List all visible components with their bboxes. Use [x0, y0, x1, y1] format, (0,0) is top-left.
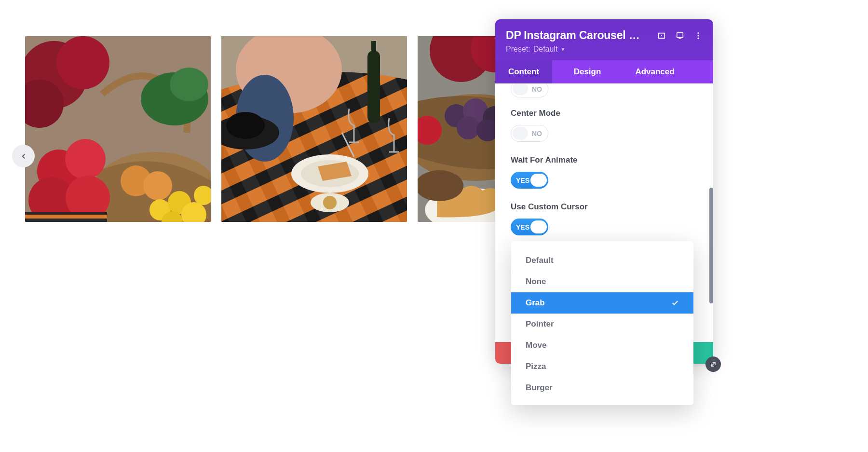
toggle-text: NO [532, 130, 542, 137]
setting-label: Wait For Animate [511, 155, 703, 165]
svg-point-58 [697, 32, 699, 33]
cursor-dropdown: Default None Grab Pointer Move Pizza Bur… [511, 241, 693, 405]
toggle-no-text: NO [532, 85, 542, 93]
scrollbar-thumb[interactable] [709, 188, 713, 303]
svg-point-6 [170, 68, 208, 101]
toggle-text: YES [516, 223, 529, 231]
carousel-prev-arrow[interactable] [12, 145, 35, 167]
toggle-wait-animate[interactable]: YES [511, 172, 548, 189]
expand-panel-icon[interactable] [705, 356, 721, 372]
check-icon [671, 299, 679, 307]
toggle-knob [530, 220, 547, 233]
setting-label: Use Custom Cursor [511, 202, 703, 212]
preset-selector[interactable]: Preset: Default ▼ [506, 45, 703, 54]
setting-wait-animate: Wait For Animate YES [511, 155, 703, 189]
svg-point-59 [697, 35, 699, 36]
svg-point-35 [323, 196, 337, 209]
svg-point-3 [56, 36, 109, 89]
toggle-center-mode[interactable]: NO [511, 125, 548, 142]
responsive-view-icon[interactable] [657, 31, 666, 40]
svg-point-29 [226, 112, 265, 139]
dropdown-option-burger[interactable]: Burger [511, 377, 693, 398]
dropdown-option-default[interactable]: Default [511, 250, 693, 271]
desktop-view-icon[interactable] [676, 31, 684, 40]
svg-rect-30 [367, 51, 380, 123]
preset-label: Preset: [506, 45, 530, 54]
preset-value: Default [533, 45, 558, 54]
option-label: Move [526, 341, 546, 350]
svg-line-61 [711, 362, 715, 366]
toggle-knob [513, 127, 528, 140]
tab-design[interactable]: Design [561, 60, 614, 83]
option-label: Grab [526, 298, 545, 308]
dropdown-option-move[interactable]: Move [511, 335, 693, 356]
svg-point-8 [65, 139, 106, 179]
tab-advanced[interactable]: Advanced [624, 60, 686, 83]
svg-point-60 [697, 37, 699, 39]
panel-title: DP Instagram Carousel Sett… [506, 29, 646, 42]
toggle-knob [530, 174, 547, 187]
dropdown-option-grab[interactable]: Grab [511, 292, 693, 314]
toggle-custom-cursor[interactable]: YES [511, 219, 548, 235]
svg-rect-31 [371, 41, 376, 60]
svg-point-44 [457, 116, 480, 139]
more-options-icon[interactable] [694, 31, 703, 40]
svg-rect-55 [677, 32, 683, 37]
dropdown-option-pizza[interactable]: Pizza [511, 356, 693, 377]
option-label: None [526, 277, 546, 287]
dropdown-option-none[interactable]: None [511, 271, 693, 292]
svg-point-12 [143, 171, 172, 200]
panel-tabs: Content Design Advanced [495, 60, 713, 83]
caret-down-icon: ▼ [560, 47, 565, 52]
setting-label: Center Mode [511, 109, 703, 118]
dropdown-option-pointer[interactable]: Pointer [511, 314, 693, 335]
svg-rect-19 [25, 215, 107, 219]
panel-header: DP Instagram Carousel Sett… Preset: Defa… [495, 19, 713, 60]
option-label: Burger [526, 383, 553, 393]
option-label: Pointer [526, 319, 554, 329]
option-label: Pizza [526, 362, 546, 371]
carousel-slide[interactable] [221, 36, 407, 222]
option-label: Default [526, 256, 554, 265]
partial-toggle[interactable]: NO [511, 83, 548, 97]
toggle-text: YES [516, 177, 529, 184]
setting-custom-cursor: Use Custom Cursor YES [511, 202, 703, 235]
carousel-slide[interactable] [25, 36, 211, 222]
svg-point-54 [661, 35, 662, 36]
tab-content[interactable]: Content [495, 60, 552, 83]
setting-center-mode: Center Mode NO [511, 109, 703, 142]
